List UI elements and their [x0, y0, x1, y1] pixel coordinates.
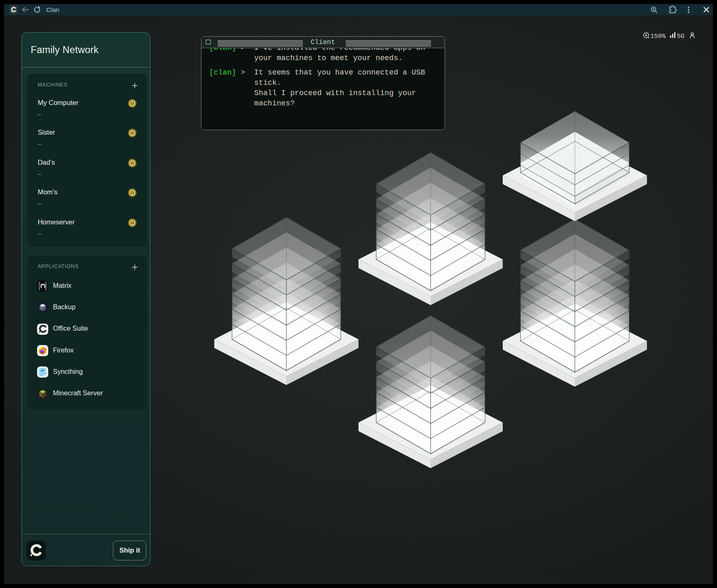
svg-text:Clan: Clan [46, 6, 59, 13]
